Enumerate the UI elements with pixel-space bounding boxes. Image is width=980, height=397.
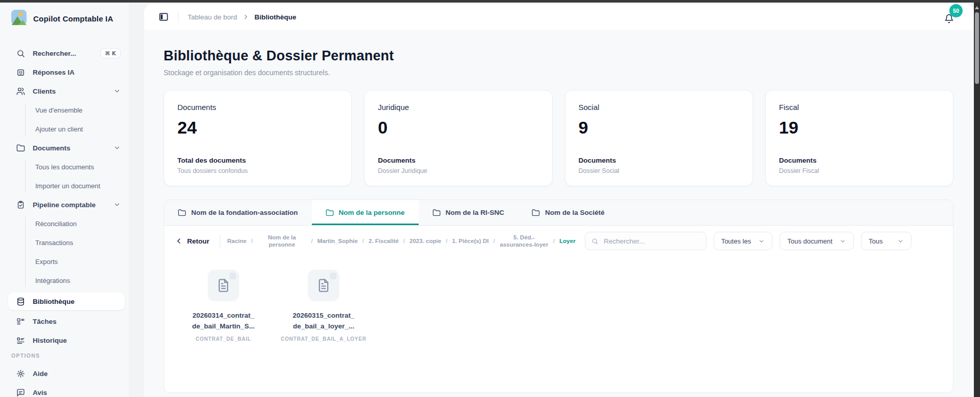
sidebar-item-reconciliation[interactable]: Réconciliation [26,217,129,230]
filter-dropdown-document-type[interactable]: Tous document [780,232,854,250]
sidebar-item-pipeline-comptable[interactable]: Pipeline comptable [0,198,129,211]
app-window: Copilot Comptable IA Rechercher... ⌘ K R… [0,0,980,397]
path-segment-ded-assurances-loyer[interactable]: 5. Déd.-assurances-loyer [499,234,549,249]
sidebar-item-aide[interactable]: Aide [0,367,129,380]
file-tile [308,270,339,301]
sidebar-item-label: Aide [33,370,48,378]
sidebar-item-ajouter-client[interactable]: Ajouter un client [26,122,129,136]
file-text-icon [316,278,331,293]
path-segment-personne[interactable]: Nom de la personne [257,234,306,249]
folder-icon [432,209,441,217]
folder-path-breadcrumb: Racine / Nom de la personne / Martin_Sop… [227,234,576,249]
sidebar-subgroup-clients: Vue d'ensemble Ajouter un client [25,103,129,136]
tab-fondation-association[interactable]: Nom de la fondation-association [164,200,312,225]
file-grid: 20260314_contrat_ de_bail_Martin_S... CO… [164,255,953,342]
sidebar-toggle-button[interactable] [158,12,169,22]
path-segment-fiscalite[interactable]: 2. Fiscalité [369,237,399,245]
filter-label: Tous document [787,237,832,245]
back-button-label: Retour [187,237,210,245]
file-name: 20260314_contrat_ de_bail_Martin_S... [192,311,255,332]
path-separator: / [446,238,447,244]
message-square-icon [16,388,25,397]
sidebar-item-taches[interactable]: Tâches [0,315,129,328]
scrollbar-thumb[interactable] [975,12,979,84]
filter-dropdown-categories[interactable]: Toutes les [714,232,773,250]
chevron-down-icon [113,144,121,151]
sidebar-item-bibliotheque[interactable]: Bibliothèque [8,293,125,310]
divider [220,235,220,247]
tab-label: Nom de la fondation-association [191,209,298,216]
filter-dropdown-all[interactable]: Tous [861,232,911,250]
os-scrollbar[interactable] [974,3,980,397]
sidebar-item-label: Clients [33,87,56,95]
file-search-input[interactable] [603,237,700,246]
path-segment-2023-copie[interactable]: 2023. copie [409,237,441,245]
path-separator: / [311,238,312,244]
notifications-button[interactable]: 50 [943,8,959,26]
path-segment-martin-sophie[interactable]: Martin_Sophie [317,237,358,245]
breadcrumb-parent[interactable]: Tableau de bord [188,13,237,21]
chevron-down-icon [839,238,846,245]
file-name: 20260315_contrat_ de_bail_a_loyer_... [293,311,355,332]
file-text-icon [216,278,231,293]
folder-icon [178,209,186,217]
file-type-tag: CONTRAT_DE_BAIL_A_LOYER [281,336,367,342]
sidebar-item-historique[interactable]: Historique [0,334,129,347]
file-item[interactable]: 20260314_contrat_ de_bail_Martin_S... CO… [185,270,262,342]
sidebar-search[interactable]: Rechercher... ⌘ K [0,47,129,60]
stat-label: Documents [779,157,940,164]
tab-societe[interactable]: Nom de la Société [518,200,618,225]
sidebar-item-documents[interactable]: Documents [0,141,129,155]
folder-icon [532,209,540,217]
chevron-down-icon [758,238,765,245]
panel-left-icon [158,12,169,22]
app-logo-row: Copilot Comptable IA [0,10,129,27]
folder-icon [326,209,334,217]
sidebar-item-label: Pipeline comptable [33,201,96,209]
clipboard-check-icon [16,201,25,209]
file-tile-corner [230,273,236,279]
path-segment-pieces-di[interactable]: 1. Pièce(s) DI [452,237,489,245]
tab-label: Nom de la RI-SNC [446,209,505,216]
keyboard-shortcut-badge: ⌘ K [100,48,121,58]
sidebar-item-exports[interactable]: Exports [26,255,129,268]
browser-toolbar: Retour Racine / Nom de la personne / Mar… [164,226,953,255]
sidebar-item-tous-les-documents[interactable]: Tous les documents [26,160,129,173]
path-separator: / [493,238,495,244]
stat-title: Juridique [378,103,538,112]
sidebar-item-transactions[interactable]: Transactions [26,236,129,249]
file-tile [208,270,239,301]
page-content: Bibliothèque & Dossier Permanent Stockag… [144,30,974,397]
sidebar-item-avis[interactable]: Avis [0,386,129,397]
back-button[interactable]: Retour [172,237,213,245]
tab-ri-snc[interactable]: Nom de la RI-SNC [419,200,518,225]
page-subtitle: Stockage et organisation des documents s… [164,69,953,77]
sidebar-item-label: Réponses IA [33,69,75,76]
file-item[interactable]: 20260315_contrat_ de_bail_a_loyer_... CO… [285,270,362,342]
app-logo-icon [11,10,27,27]
notification-count-badge: 50 [949,4,963,17]
sidebar-item-importer-document[interactable]: Importer un document [26,179,129,192]
path-segment-racine[interactable]: Racine [227,237,247,245]
sidebar-item-reponses-ia[interactable]: Réponses IA [0,65,129,79]
sidebar-item-label: Bibliothèque [33,298,75,305]
divider [178,11,178,23]
sidebar-item-label: Tâches [33,318,57,325]
sidebar-item-label: Avis [33,389,47,396]
scroll-up-arrow-icon[interactable] [975,6,979,9]
gear-icon [16,369,25,378]
chevron-down-icon [897,238,904,245]
stat-card-juridique: Juridique 0 Documents Dossier Juridique [364,90,552,186]
tab-personne[interactable]: Nom de la personne [312,200,419,225]
sidebar-item-vue-densemble[interactable]: Vue d'ensemble [26,103,129,117]
layout-list-icon [16,317,25,326]
page-title: Bibliothèque & Dossier Permanent [164,48,953,64]
sidebar-item-clients[interactable]: Clients [0,84,129,98]
filter-label: Tous [869,237,882,245]
sidebar-subgroup-documents: Tous les documents Importer un document [25,160,129,192]
filter-label: Toutes les [721,237,751,245]
library-browser-panel: Nom de la fondation-association Nom de l… [164,200,953,393]
file-type-tag: CONTRAT_DE_BAIL [196,336,251,342]
path-separator: / [251,238,253,244]
sidebar-item-integrations[interactable]: Intégrations [26,274,129,287]
